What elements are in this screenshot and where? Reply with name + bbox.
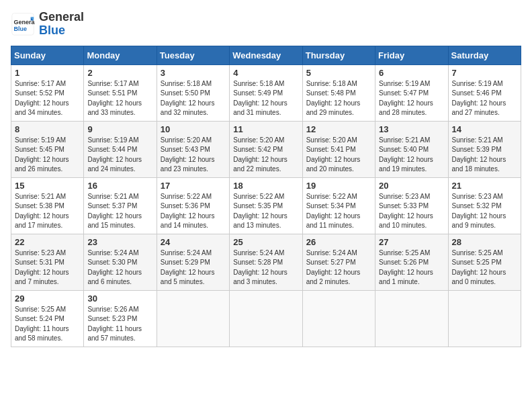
day-number: 3 bbox=[161, 68, 226, 78]
day-info: Sunrise: 5:24 AMSunset: 5:27 PMDaylight:… bbox=[306, 248, 371, 287]
calendar-cell: 17Sunrise: 5:22 AMSunset: 5:36 PMDayligh… bbox=[157, 177, 229, 234]
calendar-body: 1Sunrise: 5:17 AMSunset: 5:52 PMDaylight… bbox=[11, 64, 521, 347]
day-info: Sunrise: 5:19 AMSunset: 5:45 PMDaylight:… bbox=[15, 136, 80, 175]
day-number: 24 bbox=[161, 237, 226, 247]
day-info: Sunrise: 5:25 AMSunset: 5:26 PMDaylight:… bbox=[379, 248, 444, 287]
calendar-cell bbox=[230, 290, 302, 347]
day-number: 26 bbox=[306, 237, 371, 247]
day-number: 7 bbox=[452, 68, 517, 78]
calendar-cell: 16Sunrise: 5:21 AMSunset: 5:37 PMDayligh… bbox=[84, 177, 157, 234]
calendar-cell: 8Sunrise: 5:19 AMSunset: 5:45 PMDaylight… bbox=[11, 121, 84, 177]
calendar-cell: 30Sunrise: 5:26 AMSunset: 5:23 PMDayligh… bbox=[84, 290, 157, 347]
calendar-cell: 26Sunrise: 5:24 AMSunset: 5:27 PMDayligh… bbox=[302, 234, 375, 290]
day-info: Sunrise: 5:20 AMSunset: 5:42 PMDaylight:… bbox=[233, 136, 298, 175]
calendar-cell bbox=[157, 290, 229, 347]
day-number: 28 bbox=[452, 237, 517, 247]
logo-icon: General Blue bbox=[11, 12, 35, 36]
calendar-cell: 25Sunrise: 5:24 AMSunset: 5:28 PMDayligh… bbox=[230, 234, 302, 290]
day-info: Sunrise: 5:18 AMSunset: 5:50 PMDaylight:… bbox=[161, 79, 226, 118]
svg-text:Blue: Blue bbox=[14, 26, 28, 32]
day-info: Sunrise: 5:21 AMSunset: 5:38 PMDaylight:… bbox=[15, 192, 80, 231]
day-number: 19 bbox=[306, 181, 371, 191]
day-number: 2 bbox=[87, 68, 152, 78]
day-info: Sunrise: 5:23 AMSunset: 5:33 PMDaylight:… bbox=[379, 192, 444, 231]
calendar-cell: 10Sunrise: 5:20 AMSunset: 5:43 PMDayligh… bbox=[157, 121, 229, 177]
day-number: 13 bbox=[379, 124, 444, 134]
day-info: Sunrise: 5:25 AMSunset: 5:24 PMDaylight:… bbox=[15, 305, 80, 344]
calendar-cell bbox=[375, 290, 448, 347]
calendar-cell bbox=[448, 290, 521, 347]
day-info: Sunrise: 5:22 AMSunset: 5:35 PMDaylight:… bbox=[233, 192, 298, 231]
day-info: Sunrise: 5:19 AMSunset: 5:47 PMDaylight:… bbox=[379, 79, 444, 118]
day-number: 25 bbox=[233, 237, 298, 247]
day-info: Sunrise: 5:21 AMSunset: 5:39 PMDaylight:… bbox=[452, 136, 517, 175]
day-number: 30 bbox=[87, 293, 152, 304]
day-number: 14 bbox=[452, 124, 517, 134]
day-info: Sunrise: 5:17 AMSunset: 5:51 PMDaylight:… bbox=[87, 79, 152, 118]
day-number: 18 bbox=[233, 181, 298, 191]
page-container: General Blue General Blue SundayMondayTu… bbox=[0, 0, 532, 353]
weekday-header-sunday: Sunday bbox=[11, 46, 84, 64]
logo: General Blue General Blue bbox=[11, 11, 84, 38]
day-info: Sunrise: 5:21 AMSunset: 5:37 PMDaylight:… bbox=[87, 192, 152, 231]
day-number: 8 bbox=[15, 124, 80, 134]
calendar-cell: 7Sunrise: 5:19 AMSunset: 5:46 PMDaylight… bbox=[448, 64, 521, 121]
page-header: General Blue General Blue bbox=[11, 11, 521, 38]
calendar-table: SundayMondayTuesdayWednesdayThursdayFrid… bbox=[11, 46, 521, 347]
calendar-cell: 14Sunrise: 5:21 AMSunset: 5:39 PMDayligh… bbox=[448, 121, 521, 177]
calendar-cell: 11Sunrise: 5:20 AMSunset: 5:42 PMDayligh… bbox=[230, 121, 302, 177]
day-number: 12 bbox=[306, 124, 371, 134]
weekday-header-saturday: Saturday bbox=[448, 46, 521, 64]
calendar-week-4: 22Sunrise: 5:23 AMSunset: 5:31 PMDayligh… bbox=[11, 234, 521, 290]
weekday-header-monday: Monday bbox=[84, 46, 157, 64]
day-info: Sunrise: 5:23 AMSunset: 5:31 PMDaylight:… bbox=[15, 248, 80, 287]
calendar-cell: 20Sunrise: 5:23 AMSunset: 5:33 PMDayligh… bbox=[375, 177, 448, 234]
calendar-cell: 23Sunrise: 5:24 AMSunset: 5:30 PMDayligh… bbox=[84, 234, 157, 290]
day-info: Sunrise: 5:21 AMSunset: 5:40 PMDaylight:… bbox=[379, 136, 444, 175]
calendar-cell: 18Sunrise: 5:22 AMSunset: 5:35 PMDayligh… bbox=[230, 177, 302, 234]
day-number: 20 bbox=[379, 181, 444, 191]
day-info: Sunrise: 5:18 AMSunset: 5:49 PMDaylight:… bbox=[233, 79, 298, 118]
weekday-header-thursday: Thursday bbox=[302, 46, 375, 64]
day-number: 16 bbox=[87, 181, 152, 191]
day-info: Sunrise: 5:17 AMSunset: 5:52 PMDaylight:… bbox=[15, 79, 80, 118]
calendar-cell bbox=[302, 290, 375, 347]
calendar-cell: 1Sunrise: 5:17 AMSunset: 5:52 PMDaylight… bbox=[11, 64, 84, 121]
day-info: Sunrise: 5:24 AMSunset: 5:29 PMDaylight:… bbox=[161, 248, 226, 287]
day-number: 22 bbox=[15, 237, 80, 247]
calendar-week-5: 29Sunrise: 5:25 AMSunset: 5:24 PMDayligh… bbox=[11, 290, 521, 347]
calendar-week-2: 8Sunrise: 5:19 AMSunset: 5:45 PMDaylight… bbox=[11, 121, 521, 177]
logo-general: General bbox=[39, 10, 84, 24]
calendar-cell: 21Sunrise: 5:23 AMSunset: 5:32 PMDayligh… bbox=[448, 177, 521, 234]
day-number: 1 bbox=[15, 68, 80, 78]
calendar-cell: 15Sunrise: 5:21 AMSunset: 5:38 PMDayligh… bbox=[11, 177, 84, 234]
logo-blue: Blue bbox=[39, 24, 65, 37]
day-number: 4 bbox=[233, 68, 298, 78]
day-number: 23 bbox=[87, 237, 152, 247]
weekday-header-tuesday: Tuesday bbox=[157, 46, 229, 64]
day-info: Sunrise: 5:18 AMSunset: 5:48 PMDaylight:… bbox=[306, 79, 371, 118]
day-info: Sunrise: 5:25 AMSunset: 5:25 PMDaylight:… bbox=[452, 248, 517, 287]
calendar-cell: 4Sunrise: 5:18 AMSunset: 5:49 PMDaylight… bbox=[230, 64, 302, 121]
day-info: Sunrise: 5:23 AMSunset: 5:32 PMDaylight:… bbox=[452, 192, 517, 231]
calendar-cell: 19Sunrise: 5:22 AMSunset: 5:34 PMDayligh… bbox=[302, 177, 375, 234]
calendar-week-1: 1Sunrise: 5:17 AMSunset: 5:52 PMDaylight… bbox=[11, 64, 521, 121]
calendar-cell: 3Sunrise: 5:18 AMSunset: 5:50 PMDaylight… bbox=[157, 64, 229, 121]
day-number: 15 bbox=[15, 181, 80, 191]
calendar-cell: 22Sunrise: 5:23 AMSunset: 5:31 PMDayligh… bbox=[11, 234, 84, 290]
day-info: Sunrise: 5:20 AMSunset: 5:43 PMDaylight:… bbox=[161, 136, 226, 175]
day-info: Sunrise: 5:26 AMSunset: 5:23 PMDaylight:… bbox=[87, 305, 152, 344]
weekday-header-friday: Friday bbox=[375, 46, 448, 64]
day-number: 9 bbox=[87, 124, 152, 134]
day-number: 27 bbox=[379, 237, 444, 247]
calendar-cell: 24Sunrise: 5:24 AMSunset: 5:29 PMDayligh… bbox=[157, 234, 229, 290]
weekday-header-row: SundayMondayTuesdayWednesdayThursdayFrid… bbox=[11, 46, 521, 64]
calendar-cell: 29Sunrise: 5:25 AMSunset: 5:24 PMDayligh… bbox=[11, 290, 84, 347]
day-number: 6 bbox=[379, 68, 444, 78]
day-info: Sunrise: 5:19 AMSunset: 5:46 PMDaylight:… bbox=[452, 79, 517, 118]
weekday-header-wednesday: Wednesday bbox=[230, 46, 302, 64]
day-number: 29 bbox=[15, 293, 80, 304]
logo-text: General Blue bbox=[39, 11, 84, 38]
day-number: 17 bbox=[161, 181, 226, 191]
day-info: Sunrise: 5:24 AMSunset: 5:28 PMDaylight:… bbox=[233, 248, 298, 287]
